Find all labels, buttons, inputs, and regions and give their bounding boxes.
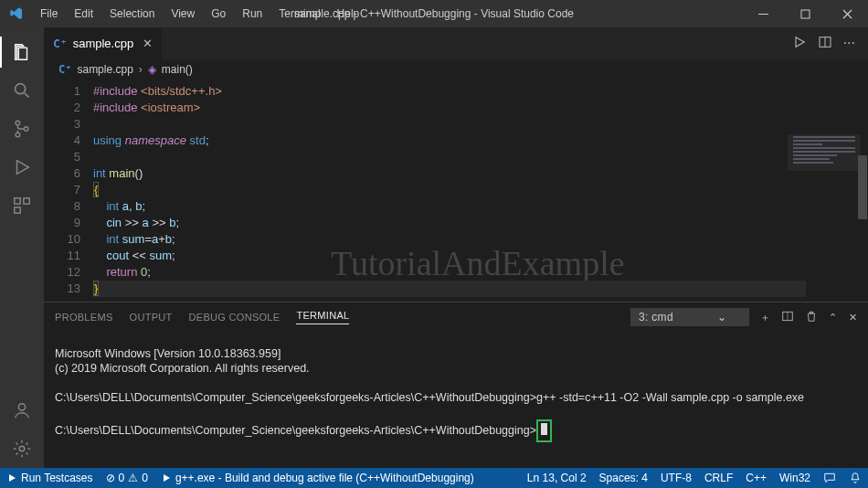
vscode-logo <box>0 6 33 21</box>
activity-bar <box>0 27 44 468</box>
eol[interactable]: CRLF <box>698 472 739 484</box>
error-icon: ⊘ <box>106 472 115 484</box>
tab-close-icon[interactable]: ✕ <box>143 37 153 50</box>
terminal-cursor <box>541 423 547 435</box>
bottom-panel: Problems Output Debug Console Terminal 3… <box>44 302 868 468</box>
titlebar: File Edit Selection View Go Run Terminal… <box>0 0 868 27</box>
accounts-icon[interactable] <box>0 391 44 430</box>
search-icon[interactable] <box>0 71 44 110</box>
terminal-selector[interactable]: 3: cmd⌄ <box>630 308 749 326</box>
split-editor-icon[interactable] <box>818 35 832 53</box>
explorer-icon[interactable] <box>0 33 44 71</box>
svg-rect-0 <box>758 14 768 15</box>
tab-debug-console[interactable]: Debug Console <box>189 312 281 323</box>
menu-view[interactable]: View <box>164 4 202 24</box>
cpp-file-icon: C⁺ <box>58 63 71 76</box>
svg-rect-8 <box>15 207 20 213</box>
menu-file[interactable]: File <box>33 4 65 24</box>
svg-point-10 <box>19 446 25 451</box>
more-actions-icon[interactable]: ··· <box>843 35 855 53</box>
tab-output[interactable]: Output <box>130 312 173 323</box>
panel-tabs: Problems Output Debug Console Terminal 3… <box>44 302 868 332</box>
cpp-file-icon: C⁺ <box>53 37 68 50</box>
window-title: sample.cpp - C++WithoutDebugging - Visua… <box>294 7 574 20</box>
svg-rect-7 <box>24 198 29 204</box>
close-button[interactable] <box>826 0 868 27</box>
editor-tab-sample[interactable]: C⁺ sample.cpp ✕ <box>44 27 162 59</box>
menu-run[interactable]: Run <box>235 4 270 24</box>
breadcrumb-symbol[interactable]: main() <box>162 63 193 76</box>
new-terminal-icon[interactable]: ＋ <box>760 311 770 324</box>
maximize-panel-icon[interactable]: ⌃ <box>829 312 837 324</box>
build-config[interactable]: g++.exe - Build and debug active file (C… <box>154 468 481 488</box>
editor-tabs: C⁺ sample.cpp ✕ ··· <box>44 27 868 59</box>
code-content[interactable]: #include <bits/stdc++.h> #include <iostr… <box>93 83 868 297</box>
kill-terminal-icon[interactable] <box>805 310 818 324</box>
breadcrumb-file[interactable]: sample.cpp <box>77 63 132 76</box>
warning-icon: ⚠ <box>128 472 138 484</box>
menu-edit[interactable]: Edit <box>67 4 101 24</box>
chevron-right-icon: › <box>139 63 143 76</box>
split-terminal-icon[interactable] <box>781 310 794 324</box>
cursor-position[interactable]: Ln 13, Col 2 <box>521 472 593 484</box>
tab-terminal[interactable]: Terminal <box>296 310 349 324</box>
notifications-icon[interactable] <box>842 472 868 484</box>
tab-problems[interactable]: Problems <box>55 312 113 323</box>
language-mode[interactable]: C++ <box>739 472 773 484</box>
indentation[interactable]: Spaces: 4 <box>593 472 654 484</box>
menu-selection[interactable]: Selection <box>102 4 162 24</box>
minimize-button[interactable] <box>742 0 784 27</box>
svg-point-9 <box>18 404 25 410</box>
chevron-down-icon: ⌄ <box>717 311 726 324</box>
svg-point-2 <box>16 84 26 94</box>
svg-point-5 <box>24 127 28 132</box>
close-panel-icon[interactable]: ✕ <box>849 312 857 324</box>
line-numbers: 123 456 789 101112 13 <box>44 80 93 302</box>
svg-rect-1 <box>801 10 810 18</box>
svg-point-4 <box>16 133 20 137</box>
target[interactable]: Win32 <box>773 472 817 484</box>
code-editor[interactable]: 123 456 789 101112 13 TutorialAndExample… <box>44 80 868 302</box>
svg-rect-6 <box>15 198 20 204</box>
terminal-content[interactable]: Microsoft Windows [Version 10.0.18363.95… <box>44 332 868 468</box>
run-debug-icon[interactable] <box>0 148 44 186</box>
maximize-button[interactable] <box>784 0 826 27</box>
run-code-icon[interactable] <box>792 35 807 53</box>
svg-point-3 <box>16 121 20 125</box>
status-bar: Run Testcases ⊘0 ⚠0 g++.exe - Build and … <box>0 468 868 488</box>
cube-icon: ◈ <box>148 63 156 76</box>
errors-warnings[interactable]: ⊘0 ⚠0 <box>100 468 154 488</box>
window-controls <box>742 0 868 27</box>
extensions-icon[interactable] <box>0 186 44 225</box>
menu-go[interactable]: Go <box>204 4 233 24</box>
editor-area: C⁺ sample.cpp ✕ ··· C⁺ sample.cpp › ◈ ma… <box>44 27 868 468</box>
breadcrumb[interactable]: C⁺ sample.cpp › ◈ main() <box>44 59 868 80</box>
encoding[interactable]: UTF-8 <box>654 472 698 484</box>
feedback-icon[interactable] <box>817 472 842 484</box>
source-control-icon[interactable] <box>0 110 44 148</box>
tab-label: sample.cpp <box>73 37 133 50</box>
run-testcases-button[interactable]: Run Testcases <box>0 468 100 488</box>
settings-icon[interactable] <box>0 430 44 468</box>
